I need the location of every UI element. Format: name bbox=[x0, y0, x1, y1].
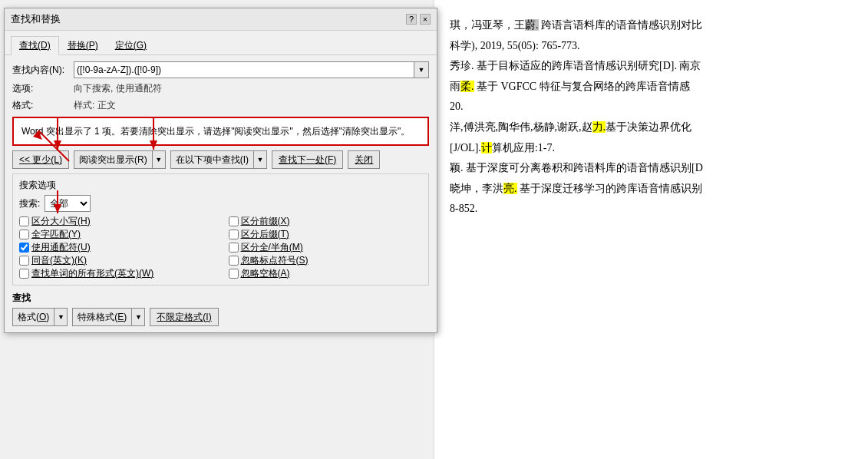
search-options-section: 搜索选项 搜索: 全部 向下 向上 区分大小写(H) bbox=[12, 173, 429, 286]
search-content-label: 查找内容(N): bbox=[12, 64, 74, 77]
option-wildcard: 使用通配符(U) bbox=[19, 241, 213, 254]
doc-para-4: 雨柔. 基于 VGFCC 特征与复合网络的跨库语音情感 bbox=[450, 77, 853, 97]
find-prev-label: 查找下一处(F) bbox=[279, 154, 336, 167]
find-section-buttons: 格式(O) ▼ 特殊格式(E) ▼ 不限定格式(I) bbox=[12, 308, 429, 326]
doc-para-7: [J/OL].计算机应用:1-7. bbox=[450, 138, 853, 159]
title-controls: ? × bbox=[406, 14, 431, 25]
find-section: 查找 格式(O) ▼ 特殊格式(E) ▼ 不限定格式(I) bbox=[12, 292, 429, 326]
option-case: 区分大小写(H) bbox=[19, 215, 213, 228]
options-value: 向下搜索, 使用通配符 bbox=[74, 82, 162, 95]
doc-para-10: 8-852. bbox=[450, 199, 853, 220]
option-fullhalf-label: 区分全/半角(M) bbox=[241, 241, 303, 254]
doc-para-8: 颖. 基于深度可分离卷积和跨语料库的语音情感识别[D bbox=[450, 158, 853, 179]
no-format-label: 不限定格式(I) bbox=[157, 311, 211, 324]
checkbox-all-forms[interactable] bbox=[19, 269, 29, 279]
document-content: 琪，冯亚琴，王蔚. 跨语言语料库的语音情感识别对比 科学), 2019, 55(… bbox=[450, 15, 853, 220]
option-whole-word-label: 全字匹配(Y) bbox=[31, 228, 81, 241]
doc-para-3: 秀珍. 基于目标适应的跨库语音情感识别研究[D]. 南京 bbox=[450, 56, 853, 77]
tab-find[interactable]: 查找(D) bbox=[11, 36, 59, 55]
no-format-btn[interactable]: 不限定格式(I) bbox=[150, 308, 218, 326]
format-label: 格式: bbox=[12, 99, 74, 112]
find-replace-dialog: 查找和替换 ? × 查找(D) 替换(P) 定位(G) 查找内容(N): ▼ 选… bbox=[4, 8, 437, 333]
tab-replace-label: 替换(P) bbox=[68, 40, 98, 51]
search-dropdown-arrow[interactable]: ▼ bbox=[414, 61, 429, 78]
option-homophone: 同音(英文)(K) bbox=[19, 254, 213, 267]
search-scope-select[interactable]: 全部 向下 向上 bbox=[45, 195, 91, 212]
checkbox-wildcard[interactable] bbox=[19, 243, 29, 253]
find-in-dropdown-arrow[interactable]: ▼ bbox=[253, 150, 267, 169]
document-area: 琪，冯亚琴，王蔚. 跨语言语料库的语音情感识别对比 科学), 2019, 55(… bbox=[434, 0, 868, 459]
alert-box: Word 突出显示了 1 项。若要清除突出显示，请选择"阅读突出显示"，然后选择… bbox=[12, 117, 429, 146]
option-ignore-space: 忽略空格(A) bbox=[229, 267, 423, 280]
checkbox-fullhalf[interactable] bbox=[229, 243, 239, 253]
close-title-button[interactable]: × bbox=[420, 14, 431, 25]
special-format-btn[interactable]: 特殊格式(E) bbox=[72, 308, 131, 326]
options-grid: 区分大小写(H) 全字匹配(Y) 使用通配符(U) 同音(英文)(K) bbox=[19, 215, 422, 280]
checkbox-prefix[interactable] bbox=[229, 216, 239, 226]
option-all-forms: 查找单词的所有形式(英文)(W) bbox=[19, 267, 213, 280]
highlight-button[interactable]: 阅读突出显示(R) bbox=[74, 150, 152, 169]
option-prefix: 区分前缀(X) bbox=[229, 215, 423, 228]
dialog-title: 查找和替换 bbox=[11, 12, 61, 26]
option-ignore-punct: 忽略标点符号(S) bbox=[229, 254, 423, 267]
close-button[interactable]: 关闭 bbox=[348, 150, 380, 169]
option-wildcard-label: 使用通配符(U) bbox=[31, 241, 91, 254]
special-format-button-group: 特殊格式(E) ▼ bbox=[72, 308, 145, 326]
find-in-label: 在以下项中查找(I) bbox=[176, 154, 249, 165]
find-in-button-group: 在以下项中查找(I) ▼ bbox=[170, 150, 267, 169]
doc-para-9: 晓坤，李洪亮. 基于深度迁移学习的跨库语音情感识别 bbox=[450, 179, 853, 200]
doc-para-5: 20. bbox=[450, 97, 853, 117]
doc-para-2: 科学), 2019, 55(05): 765-773. bbox=[450, 36, 853, 57]
help-button[interactable]: ? bbox=[406, 14, 417, 25]
option-suffix: 区分后缀(T) bbox=[229, 228, 423, 241]
search-scope-row: 搜索: 全部 向下 向上 bbox=[19, 195, 422, 212]
highlight-dropdown-arrow[interactable]: ▼ bbox=[152, 150, 166, 169]
action-buttons-row: << 更少(L) 阅读突出显示(R) ▼ 在以下项中查找(I) ▼ 查找下一处(… bbox=[12, 150, 429, 169]
doc-para-6: 洋,傅洪亮,陶华伟,杨静,谢跃,赵力.基于决策边界优化 bbox=[450, 117, 853, 138]
option-whole-word: 全字匹配(Y) bbox=[19, 228, 213, 241]
dialog-body: 查找内容(N): ▼ 选项: 向下搜索, 使用通配符 格式: 样式: 正文 Wo… bbox=[5, 55, 437, 332]
search-content-row: 查找内容(N): ▼ bbox=[12, 61, 429, 78]
checkbox-whole-word[interactable] bbox=[19, 230, 29, 239]
checkbox-homophone[interactable] bbox=[19, 256, 29, 266]
tab-find-label: 查找(D) bbox=[19, 40, 51, 51]
close-label: 关闭 bbox=[355, 154, 373, 167]
checkbox-ignore-space[interactable] bbox=[229, 269, 239, 279]
find-in-button[interactable]: 在以下项中查找(I) bbox=[170, 150, 253, 169]
more-less-label: << 更少(L) bbox=[19, 154, 62, 167]
find-section-title: 查找 bbox=[12, 292, 31, 303]
more-less-button[interactable]: << 更少(L) bbox=[12, 150, 69, 169]
highlight-label: 阅读突出显示(R) bbox=[79, 154, 147, 165]
option-fullhalf: 区分全/半角(M) bbox=[229, 241, 423, 254]
doc-para-1: 琪，冯亚琴，王蔚. 跨语言语料库的语音情感识别对比 bbox=[450, 15, 853, 36]
option-homophone-label: 同音(英文)(K) bbox=[31, 254, 87, 267]
special-format-dropdown-arrow[interactable]: ▼ bbox=[131, 308, 145, 326]
checkbox-case[interactable] bbox=[19, 216, 29, 226]
option-case-label: 区分大小写(H) bbox=[31, 215, 91, 228]
tab-goto[interactable]: 定位(G) bbox=[107, 36, 155, 55]
format-btn[interactable]: 格式(O) bbox=[12, 308, 54, 326]
options-row: 选项: 向下搜索, 使用通配符 bbox=[12, 82, 429, 95]
search-input-container: ▼ bbox=[74, 61, 429, 78]
format-row: 格式: 样式: 正文 bbox=[12, 99, 429, 112]
format-dropdown-arrow[interactable]: ▼ bbox=[54, 308, 68, 326]
checkbox-ignore-punct[interactable] bbox=[229, 256, 239, 266]
option-suffix-label: 区分后缀(T) bbox=[241, 228, 289, 241]
dialog-titlebar: 查找和替换 ? × bbox=[5, 8, 437, 31]
search-input[interactable] bbox=[74, 61, 414, 78]
checkbox-suffix[interactable] bbox=[229, 230, 239, 239]
left-options: 区分大小写(H) 全字匹配(Y) 使用通配符(U) 同音(英文)(K) bbox=[19, 215, 213, 280]
format-value: 样式: 正文 bbox=[74, 99, 116, 112]
search-options-title: 搜索选项 bbox=[19, 179, 422, 192]
tab-replace[interactable]: 替换(P) bbox=[59, 36, 107, 55]
find-prev-button[interactable]: 查找下一处(F) bbox=[272, 150, 343, 169]
dialog-tabs: 查找(D) 替换(P) 定位(G) bbox=[5, 31, 437, 55]
right-options: 区分前缀(X) 区分后缀(T) 区分全/半角(M) 忽略标点符号(S) bbox=[229, 215, 423, 280]
option-all-forms-label: 查找单词的所有形式(英文)(W) bbox=[31, 267, 153, 280]
option-prefix-label: 区分前缀(X) bbox=[241, 215, 290, 228]
format-button-group: 格式(O) ▼ bbox=[12, 308, 68, 326]
option-ignore-punct-label: 忽略标点符号(S) bbox=[241, 254, 309, 267]
tab-goto-label: 定位(G) bbox=[115, 40, 147, 51]
search-scope-label: 搜索: bbox=[19, 197, 40, 210]
options-label: 选项: bbox=[12, 82, 74, 95]
